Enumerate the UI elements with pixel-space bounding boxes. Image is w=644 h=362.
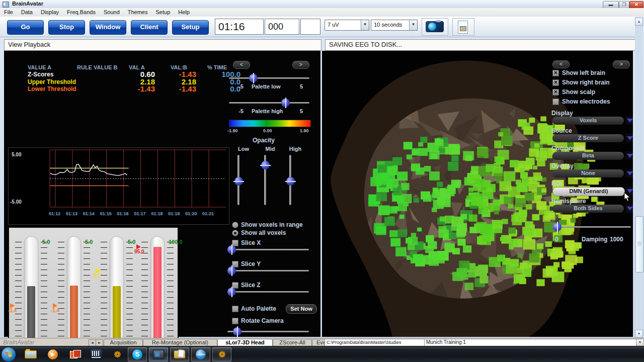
voxel <box>526 158 535 165</box>
show-checkbox-checked[interactable]: ✕ <box>552 70 559 76</box>
taskbar-app-internet-explorer[interactable] <box>191 347 210 361</box>
menu-sound[interactable]: Sound <box>100 8 124 16</box>
scale-dropdown[interactable]: 7 uV▼ <box>325 20 369 31</box>
tab-zscore-all[interactable]: ZScore-All <box>273 339 312 346</box>
slice-slider-knob[interactable] <box>227 288 236 296</box>
slice-slider-track[interactable] <box>227 249 309 250</box>
dropdown-arrow-icon[interactable] <box>625 116 633 125</box>
voxel <box>537 124 548 133</box>
dropdown-source[interactable]: Z Score <box>552 134 624 142</box>
dropdown-arrow-icon[interactable] <box>625 204 633 213</box>
menu-themes[interactable]: Themes <box>124 8 152 16</box>
vertical-scrollbar[interactable]: ▲ ▼ <box>635 18 643 338</box>
palette-slider-track[interactable] <box>229 77 309 79</box>
session-dropdown-arrow[interactable]: ▼ <box>636 339 644 346</box>
taskbar-app-brainmaster[interactable] <box>87 347 106 361</box>
opacity-slider-knob[interactable] <box>234 177 243 186</box>
palette-gradient-bar <box>229 120 311 127</box>
menu-help[interactable]: Help <box>174 8 194 16</box>
voxel <box>523 239 536 250</box>
opacity-slider-knob[interactable] <box>286 177 295 186</box>
taskbar-app-brainavatar-window[interactable] <box>149 347 168 361</box>
tab-acquisition[interactable]: Acquisition <box>104 339 143 346</box>
show-checkbox-checked[interactable]: ✕ <box>552 89 559 96</box>
damping-slider-track[interactable] <box>552 226 631 228</box>
set-now-button[interactable]: Set Now <box>286 304 317 314</box>
toolbar-button-setup[interactable]: Setup <box>172 20 209 35</box>
title-bar[interactable]: BrainAvatar ▬ ❐ ✕ <box>0 0 644 8</box>
damping-min-label: 0 <box>555 236 558 243</box>
epoch-dropdown[interactable]: 10 seconds▼ <box>371 20 418 31</box>
voxel <box>423 195 432 202</box>
auto-palette-checkbox[interactable] <box>232 306 238 312</box>
taskbar-app-flower-app[interactable]: ❁ <box>108 347 127 361</box>
tab-re-montage-optional-[interactable]: Re-Montage (Optional) <box>143 339 217 346</box>
tab-scroll-right[interactable]: ► <box>96 339 103 346</box>
menu-display[interactable]: Display <box>37 8 63 16</box>
show-checkbox-checked[interactable]: ✕ <box>552 79 559 86</box>
dropdown-display[interactable]: Voxels <box>552 117 624 125</box>
scroll-down-arrow[interactable]: ▼ <box>635 330 643 338</box>
palette-prev-button[interactable]: < <box>233 61 250 69</box>
radio-selected[interactable] <box>232 230 238 236</box>
tab-scroll-left[interactable]: ◄ <box>89 339 96 346</box>
menu-setup[interactable]: Setup <box>152 8 175 16</box>
slice-slider-track[interactable] <box>227 291 309 293</box>
dropdown-component[interactable]: Beta <box>552 152 624 160</box>
camera-slider-knob[interactable] <box>233 327 242 336</box>
menu-freqbands[interactable]: Freq.Bands <box>63 8 100 16</box>
taskbar-app-media-player[interactable]: ▶ <box>43 347 62 361</box>
palette-slider-knob[interactable] <box>281 99 290 107</box>
tab-slor7-3d-head[interactable]: sLor7-3D Head <box>217 339 273 346</box>
view-next-button[interactable]: > <box>613 60 630 68</box>
dropdown-arrow-icon[interactable] <box>625 151 633 160</box>
menu-file[interactable]: File <box>0 8 17 16</box>
dropdown-arrow-icon[interactable] <box>625 169 633 177</box>
toolbar-button-go[interactable]: Go <box>7 20 44 35</box>
start-button[interactable] <box>2 347 16 361</box>
toolbar-button-client[interactable]: Client <box>131 20 168 35</box>
chevron-down-icon[interactable]: ▼ <box>361 20 369 30</box>
voxel <box>495 156 501 162</box>
radio-unselected[interactable] <box>232 222 238 228</box>
screen-capture-button[interactable] <box>452 18 474 36</box>
view-prev-button[interactable]: < <box>552 60 570 68</box>
voxel <box>591 197 597 202</box>
menu-data[interactable]: Data <box>17 8 37 16</box>
palette-slider-knob[interactable] <box>249 74 258 82</box>
opacity-channel-label: Low <box>233 146 254 152</box>
dropdown-hemisphere[interactable]: Both Sides <box>552 205 624 213</box>
voxel <box>469 215 477 222</box>
taskbar-app-explorer[interactable] <box>21 347 40 361</box>
chevron-down-icon[interactable]: ▼ <box>409 20 417 30</box>
camera-snapshot-button[interactable] <box>422 18 448 36</box>
voxel <box>494 173 503 181</box>
slice-slider-track[interactable] <box>227 270 309 272</box>
palette-slider-track[interactable] <box>229 102 309 104</box>
rotate-camera-checkbox[interactable] <box>232 318 238 324</box>
slice-slider-knob[interactable] <box>227 266 236 275</box>
opacity-slider-knob[interactable] <box>261 161 270 169</box>
voxel <box>448 162 458 171</box>
dropdown-overlay[interactable]: None <box>552 169 624 177</box>
taskbar-app-documents-folder[interactable] <box>170 347 189 361</box>
taskbar-app-photo-app[interactable] <box>65 347 85 361</box>
taskbar-app-flower-app-2[interactable]: ❁ <box>212 347 231 361</box>
scroll-up-arrow[interactable]: ▲ <box>635 18 643 26</box>
toolbar-button-window[interactable]: Window <box>90 20 126 35</box>
show-checkbox-unchecked[interactable] <box>552 99 559 105</box>
voxel <box>384 217 395 226</box>
toolbar-button-stop[interactable]: Stop <box>48 20 85 35</box>
voxel <box>478 206 488 214</box>
study-path: C:\ProgramData\BrainMaster\Studies <box>325 339 426 346</box>
scrollbar-thumb[interactable] <box>635 216 643 273</box>
blank-counter-display <box>300 19 320 35</box>
dropdown-roi[interactable]: DMN (Genardi) <box>552 187 625 196</box>
voxel <box>529 118 535 123</box>
stats-row-label: Upper Threshold <box>28 78 76 85</box>
palette-next-button[interactable]: > <box>292 61 309 69</box>
slice-slider-knob[interactable] <box>227 245 236 254</box>
dropdown-arrow-icon[interactable] <box>625 134 633 142</box>
stats-value: 0.0 <box>195 84 240 93</box>
taskbar-app-skype[interactable]: S <box>128 347 147 361</box>
